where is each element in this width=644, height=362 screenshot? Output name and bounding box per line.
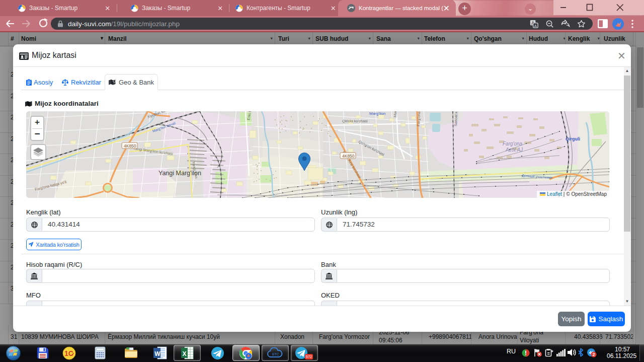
svg-text:Farg'ona: Farg'ona (503, 141, 523, 147)
svg-text:4K850: 4K850 (124, 143, 136, 149)
svg-text:1С: 1С (64, 349, 73, 357)
svg-text:Azot AJ: Azot AJ (505, 147, 523, 153)
svg-text:Qirguli: Qirguli (566, 136, 580, 141)
svg-text:Qirlola ko'chasi: Qirlola ko'chasi (342, 119, 368, 123)
svg-text:2: 2 (593, 352, 595, 357)
svg-text:Yangi Marg'ilon: Yangi Marg'ilon (158, 170, 201, 177)
svg-text:Marg'ilon: Marg'ilon (369, 111, 385, 116)
svg-text:W: W (154, 350, 160, 357)
svg-text:БТС: БТС (272, 352, 279, 356)
svg-text:4K850: 4K850 (342, 154, 355, 159)
svg-text:X: X (182, 350, 186, 357)
